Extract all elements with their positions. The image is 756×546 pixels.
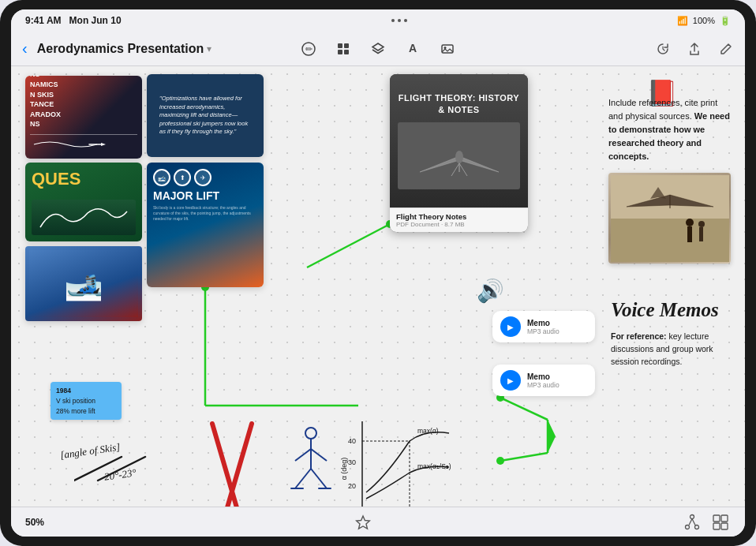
status-time-text: 9:41 AM [25, 15, 62, 26]
memo1-info: Memo MP3 audio [527, 319, 587, 335]
history-button[interactable] [652, 38, 674, 60]
circle3: ✈ [194, 169, 211, 186]
document-title: Aerodynamics Presentation [37, 42, 204, 56]
pdf-size: 8.7 MB [444, 221, 464, 228]
pdf-title: FLIGHT THEORY: HISTORY & NOTES [398, 92, 520, 117]
voice-memo-bold: For reference: [611, 331, 667, 341]
historical-photo [608, 173, 731, 264]
memo-card-2[interactable]: ▶ Memo MP3 audio [492, 365, 595, 396]
toolbar-right-icons [652, 38, 737, 60]
skier-figure [287, 425, 335, 504]
memo1-play-button[interactable]: ▶ [500, 316, 521, 337]
memo2-play-button[interactable]: ▶ [500, 370, 521, 391]
memo2-title: Memo [527, 372, 587, 381]
svg-line-23 [451, 163, 459, 176]
svg-point-31 [698, 221, 705, 227]
svg-line-34 [98, 457, 145, 481]
text-tool-button[interactable]: A [402, 38, 424, 60]
memo-card-1[interactable]: ▶ Memo MP3 audio [492, 311, 595, 342]
bottom-right-icons [682, 512, 731, 533]
svg-point-37 [305, 428, 316, 439]
svg-line-39 [295, 449, 311, 461]
svg-text:max(α): max(α) [417, 427, 439, 435]
svg-line-24 [459, 163, 467, 176]
pdf-flight-theory[interactable]: FLIGHT THEORY: HISTORY & NOTES Fligh [390, 74, 528, 232]
slide1-line6: NS [30, 119, 137, 129]
svg-line-41 [295, 469, 311, 488]
dot3 [404, 19, 407, 22]
angle-line-svg [74, 453, 169, 484]
svg-text:α (deg): α (deg) [340, 458, 348, 481]
svg-line-15 [500, 453, 548, 461]
text-annotation: Include references, cite print and physi… [608, 96, 731, 163]
zoom-level[interactable]: 50% [25, 517, 44, 528]
svg-marker-55 [357, 516, 370, 529]
angle-graph: 40 30 20 α (deg) max(α) max(α₁/S₃) [339, 413, 477, 507]
grid-view-button[interactable] [332, 38, 354, 60]
svg-line-42 [311, 469, 327, 488]
slide1-line4: TANCE [30, 99, 137, 110]
svg-marker-19 [548, 420, 556, 453]
status-bar: 9:41 AM Mon Jun 10 📶 100% 🔋 [11, 9, 745, 32]
dot1 [391, 19, 395, 22]
slide-quote[interactable]: "Optimizations have allowed for increase… [147, 74, 264, 157]
svg-rect-63 [713, 523, 720, 529]
pencil-tool-button[interactable]: ✏ [298, 38, 320, 60]
svg-rect-5 [344, 50, 349, 54]
wifi-icon: 📶 [677, 16, 688, 26]
slide-ques[interactable]: QUES [25, 163, 142, 241]
skier-emoji: 🎿 [64, 265, 103, 302]
svg-rect-64 [721, 523, 728, 529]
audio-icon: 🔊 [477, 278, 504, 304]
slide-aerodynamics[interactable]: NS NAMICS N SKIS TANCE ARADOX NS [25, 76, 142, 159]
svg-rect-3 [344, 43, 349, 48]
svg-point-18 [496, 457, 504, 465]
svg-line-33 [74, 457, 122, 481]
svg-line-60 [692, 518, 695, 525]
voice-memos-title: Voice Memos [611, 299, 719, 321]
svg-text:20: 20 [348, 482, 356, 490]
memo1-type: MP3 audio [527, 327, 587, 335]
svg-text:30: 30 [348, 458, 356, 466]
edit-button[interactable] [715, 38, 737, 60]
voice-memo-description: For reference: key lecture discussions a… [611, 331, 725, 368]
slide1-line5: ARADOX [30, 110, 137, 120]
svg-line-40 [311, 449, 327, 461]
svg-point-22 [455, 151, 463, 163]
status-time: 9:41 AM Mon Jun 10 [25, 15, 122, 26]
layers-button[interactable] [367, 38, 389, 60]
slide1-line2: NAMICS [30, 80, 137, 90]
pdf-footer: Flight Theory Notes PDF Document · 8.7 M… [390, 208, 528, 232]
svg-rect-32 [699, 227, 703, 241]
lift-label: 28% more lift [56, 406, 116, 417]
v-ski-label: V ski position [56, 396, 116, 406]
pdf-type: PDF Document [396, 221, 440, 228]
status-center-dots [391, 19, 407, 22]
slide-quote-text: "Optimizations have allowed for increase… [159, 95, 251, 136]
sticky-1984[interactable]: 1984 V ski position 28% more lift [51, 382, 122, 420]
svg-line-36 [224, 424, 252, 507]
svg-point-57 [686, 525, 690, 529]
svg-line-35 [212, 424, 240, 507]
status-date: Mon Jun 10 [69, 15, 122, 26]
slide-skier[interactable]: 🎿 [25, 246, 142, 321]
share-button[interactable] [683, 38, 705, 60]
svg-rect-27 [611, 219, 729, 262]
slide-major-lift[interactable]: 🎿 ⬆ ✈ MAJOR LIFT Ski body is a core feed… [147, 163, 264, 287]
svg-rect-62 [721, 515, 728, 522]
memo2-info: Memo MP3 audio [527, 372, 587, 389]
pdf-filename: Flight Theory Notes [396, 212, 522, 221]
svg-line-14 [500, 398, 548, 420]
toolbar-center-icons: ✏ [298, 38, 458, 60]
image-insert-button[interactable] [436, 38, 458, 60]
svg-point-56 [691, 514, 694, 518]
svg-text:40: 40 [348, 437, 356, 445]
hierarchy-button[interactable] [682, 512, 702, 533]
grid-layout-button[interactable] [710, 512, 731, 533]
major-lift-title: MAJOR LIFT [153, 189, 257, 202]
ipad-frame: 9:41 AM Mon Jun 10 📶 100% 🔋 ‹ Aerodynami… [0, 0, 756, 546]
toolbar: ‹ Aerodynamics Presentation ▾ ✏ [11, 32, 745, 66]
back-button[interactable]: ‹ [19, 36, 31, 61]
star-button[interactable] [353, 512, 373, 533]
svg-text:✏: ✏ [305, 44, 313, 54]
